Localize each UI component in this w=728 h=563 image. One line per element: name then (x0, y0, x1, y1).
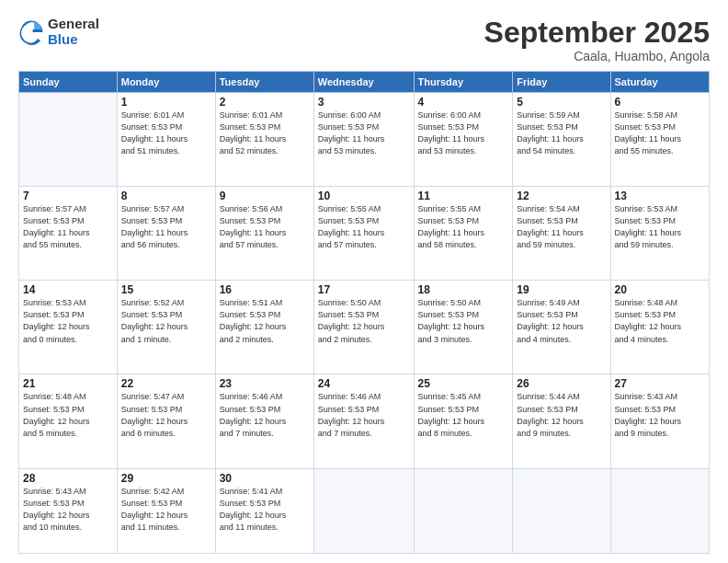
calendar-day-cell: 4Sunrise: 6:00 AMSunset: 5:53 PMDaylight… (414, 93, 513, 187)
calendar-day-cell: 21Sunrise: 5:48 AMSunset: 5:53 PMDayligh… (19, 374, 118, 468)
day-info: Sunrise: 5:57 AMSunset: 5:53 PMDaylight:… (23, 203, 113, 251)
calendar-day-cell: 6Sunrise: 5:58 AMSunset: 5:53 PMDaylight… (610, 93, 709, 187)
calendar-day-cell (610, 468, 709, 553)
calendar-day-cell: 11Sunrise: 5:55 AMSunset: 5:53 PMDayligh… (414, 187, 513, 281)
day-info: Sunrise: 5:42 AMSunset: 5:53 PMDaylight:… (121, 486, 211, 534)
day-info: Sunrise: 5:50 AMSunset: 5:53 PMDaylight:… (418, 297, 509, 345)
day-number: 13 (615, 190, 705, 202)
calendar-day-cell: 25Sunrise: 5:45 AMSunset: 5:53 PMDayligh… (414, 374, 513, 468)
header: General Blue September 2025 Caala, Huamb… (18, 17, 710, 63)
calendar-day-cell (19, 93, 118, 187)
day-number: 8 (121, 190, 211, 202)
day-info: Sunrise: 6:00 AMSunset: 5:53 PMDaylight:… (318, 109, 410, 157)
day-number: 17 (318, 283, 410, 296)
calendar-day-cell: 2Sunrise: 6:01 AMSunset: 5:53 PMDaylight… (215, 93, 313, 187)
day-info: Sunrise: 5:48 AMSunset: 5:53 PMDaylight:… (23, 391, 113, 439)
day-number: 26 (517, 377, 606, 390)
day-number: 20 (615, 283, 705, 296)
calendar-day-cell (513, 468, 610, 553)
day-number: 2 (220, 96, 310, 109)
calendar-table: SundayMondayTuesdayWednesdayThursdayFrid… (18, 71, 710, 554)
day-info: Sunrise: 5:49 AMSunset: 5:53 PMDaylight:… (517, 297, 606, 345)
calendar-day-cell: 14Sunrise: 5:53 AMSunset: 5:53 PMDayligh… (19, 281, 118, 374)
month-title: September 2025 (484, 17, 710, 49)
day-of-week-wednesday: Wednesday (313, 72, 414, 93)
day-number: 15 (121, 283, 211, 296)
day-number: 19 (517, 283, 606, 296)
day-info: Sunrise: 6:00 AMSunset: 5:53 PMDaylight:… (418, 109, 509, 157)
calendar-day-cell: 16Sunrise: 5:51 AMSunset: 5:53 PMDayligh… (215, 281, 313, 374)
day-info: Sunrise: 5:50 AMSunset: 5:53 PMDaylight:… (318, 297, 410, 345)
logo-icon (18, 19, 44, 45)
calendar-day-cell: 13Sunrise: 5:53 AMSunset: 5:53 PMDayligh… (610, 187, 709, 281)
calendar-day-cell: 26Sunrise: 5:44 AMSunset: 5:53 PMDayligh… (513, 374, 610, 468)
logo: General Blue (18, 17, 99, 47)
day-number: 23 (220, 377, 310, 390)
day-info: Sunrise: 5:44 AMSunset: 5:53 PMDaylight:… (517, 391, 606, 439)
day-info: Sunrise: 5:43 AMSunset: 5:53 PMDaylight:… (615, 391, 705, 439)
calendar-week-row: 14Sunrise: 5:53 AMSunset: 5:53 PMDayligh… (19, 281, 710, 374)
day-number: 21 (23, 377, 113, 390)
day-number: 3 (318, 96, 410, 109)
day-info: Sunrise: 5:54 AMSunset: 5:53 PMDaylight:… (517, 203, 606, 251)
calendar-day-cell: 9Sunrise: 5:56 AMSunset: 5:53 PMDaylight… (215, 187, 313, 281)
calendar-day-cell: 29Sunrise: 5:42 AMSunset: 5:53 PMDayligh… (117, 468, 215, 553)
calendar-day-cell: 23Sunrise: 5:46 AMSunset: 5:53 PMDayligh… (215, 374, 313, 468)
calendar-week-row: 21Sunrise: 5:48 AMSunset: 5:53 PMDayligh… (19, 374, 710, 468)
day-of-week-thursday: Thursday (414, 72, 513, 93)
day-info: Sunrise: 5:55 AMSunset: 5:53 PMDaylight:… (318, 203, 410, 251)
day-number: 4 (418, 96, 509, 109)
day-number: 6 (615, 96, 705, 109)
day-number: 1 (121, 96, 211, 109)
day-number: 27 (615, 377, 705, 390)
calendar-week-row: 1Sunrise: 6:01 AMSunset: 5:53 PMDaylight… (19, 93, 710, 187)
title-block: September 2025 Caala, Huambo, Angola (484, 17, 710, 63)
day-of-week-saturday: Saturday (610, 72, 709, 93)
day-info: Sunrise: 5:57 AMSunset: 5:53 PMDaylight:… (121, 203, 211, 251)
logo-general: General (48, 17, 99, 32)
calendar-day-cell (414, 468, 513, 553)
day-number: 9 (220, 190, 310, 202)
day-number: 14 (23, 283, 113, 296)
day-info: Sunrise: 5:48 AMSunset: 5:53 PMDaylight:… (615, 297, 705, 345)
day-of-week-sunday: Sunday (19, 72, 118, 93)
day-of-week-monday: Monday (117, 72, 215, 93)
calendar-day-cell: 30Sunrise: 5:41 AMSunset: 5:53 PMDayligh… (215, 468, 313, 553)
day-info: Sunrise: 5:59 AMSunset: 5:53 PMDaylight:… (517, 109, 606, 157)
calendar-day-cell: 20Sunrise: 5:48 AMSunset: 5:53 PMDayligh… (610, 281, 709, 374)
day-number: 24 (318, 377, 410, 390)
day-number: 10 (318, 190, 410, 202)
calendar-day-cell: 8Sunrise: 5:57 AMSunset: 5:53 PMDaylight… (117, 187, 215, 281)
location-subtitle: Caala, Huambo, Angola (484, 49, 710, 63)
day-of-week-friday: Friday (513, 72, 610, 93)
day-info: Sunrise: 5:58 AMSunset: 5:53 PMDaylight:… (615, 109, 705, 157)
calendar-week-row: 7Sunrise: 5:57 AMSunset: 5:53 PMDaylight… (19, 187, 710, 281)
day-number: 25 (418, 377, 509, 390)
day-info: Sunrise: 5:45 AMSunset: 5:53 PMDaylight:… (418, 391, 509, 439)
day-number: 18 (418, 283, 509, 296)
calendar-day-cell: 5Sunrise: 5:59 AMSunset: 5:53 PMDaylight… (513, 93, 610, 187)
day-number: 22 (121, 377, 211, 390)
day-number: 12 (517, 190, 606, 202)
day-info: Sunrise: 5:52 AMSunset: 5:53 PMDaylight:… (121, 297, 211, 345)
calendar-day-cell: 24Sunrise: 5:46 AMSunset: 5:53 PMDayligh… (313, 374, 414, 468)
day-number: 5 (517, 96, 606, 109)
calendar-day-cell: 10Sunrise: 5:55 AMSunset: 5:53 PMDayligh… (313, 187, 414, 281)
calendar-day-cell (313, 468, 414, 553)
calendar-day-cell: 19Sunrise: 5:49 AMSunset: 5:53 PMDayligh… (513, 281, 610, 374)
day-number: 28 (23, 472, 113, 485)
day-info: Sunrise: 5:47 AMSunset: 5:53 PMDaylight:… (121, 391, 211, 439)
day-info: Sunrise: 5:43 AMSunset: 5:53 PMDaylight:… (23, 486, 113, 534)
calendar-day-cell: 17Sunrise: 5:50 AMSunset: 5:53 PMDayligh… (313, 281, 414, 374)
day-info: Sunrise: 6:01 AMSunset: 5:53 PMDaylight:… (121, 109, 211, 157)
calendar-day-cell: 22Sunrise: 5:47 AMSunset: 5:53 PMDayligh… (117, 374, 215, 468)
calendar-day-cell: 15Sunrise: 5:52 AMSunset: 5:53 PMDayligh… (117, 281, 215, 374)
calendar-day-cell: 12Sunrise: 5:54 AMSunset: 5:53 PMDayligh… (513, 187, 610, 281)
calendar-day-cell: 18Sunrise: 5:50 AMSunset: 5:53 PMDayligh… (414, 281, 513, 374)
day-info: Sunrise: 5:55 AMSunset: 5:53 PMDaylight:… (418, 203, 509, 251)
day-info: Sunrise: 6:01 AMSunset: 5:53 PMDaylight:… (220, 109, 310, 157)
calendar-header-row: SundayMondayTuesdayWednesdayThursdayFrid… (19, 72, 710, 93)
day-info: Sunrise: 5:56 AMSunset: 5:53 PMDaylight:… (220, 203, 310, 251)
day-info: Sunrise: 5:41 AMSunset: 5:53 PMDaylight:… (220, 486, 310, 534)
day-number: 30 (220, 472, 310, 485)
